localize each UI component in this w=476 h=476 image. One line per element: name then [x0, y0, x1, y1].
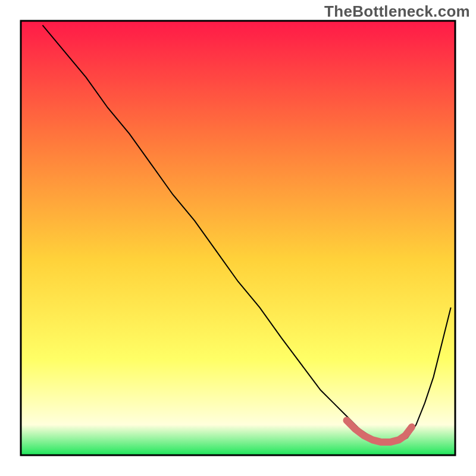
plot-background: [21, 21, 455, 455]
watermark-text: TheBottleneck.com: [324, 2, 470, 21]
bottleneck-chart: [0, 0, 476, 476]
chart-frame: TheBottleneck.com: [0, 0, 476, 476]
